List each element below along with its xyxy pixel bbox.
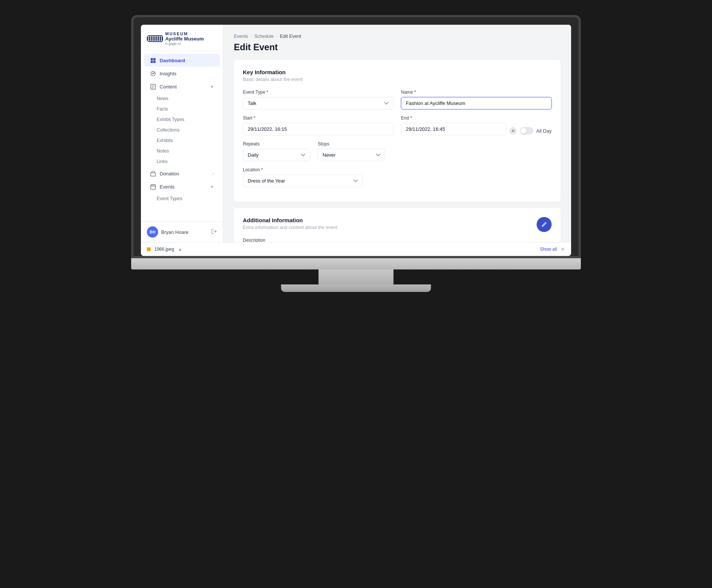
start-group: Start * <box>243 115 393 135</box>
insights-icon <box>150 70 156 76</box>
file-name: 1966.jpeg <box>154 247 174 252</box>
sidebar-sub-event-types[interactable]: Event Types <box>141 193 223 204</box>
start-label: Start * <box>243 115 393 121</box>
location-group: Location * Dress of the Year <box>243 167 363 187</box>
edit-fab-button[interactable] <box>537 217 552 232</box>
breadcrumb-events[interactable]: Events <box>234 34 248 39</box>
museum-sub: n-gage.io <box>165 42 204 46</box>
museum-logo-icon <box>147 35 163 42</box>
sidebar-sub-exhibits[interactable]: Exhibits <box>141 135 223 146</box>
chevron-right-icon: › <box>213 172 214 176</box>
page-title: Edit Event <box>234 42 561 52</box>
sidebar-sub-links[interactable]: Links <box>141 156 223 167</box>
all-day-toggle[interactable] <box>520 127 533 135</box>
chevron-down-icon: ▼ <box>210 85 214 89</box>
description-group: Description A talk about the Fashion sty… <box>243 238 552 242</box>
dashboard-icon <box>150 57 156 63</box>
svg-rect-10 <box>151 185 156 189</box>
show-all-link[interactable]: Show all <box>540 247 557 252</box>
all-day-toggle-x[interactable]: ✕ <box>509 127 517 135</box>
sidebar-item-label: Events <box>160 184 175 190</box>
location-select[interactable]: Dress of the Year <box>243 175 363 187</box>
form-row-repeats-stops: Repeats Daily Stops Never <box>243 141 552 161</box>
chevron-up-icon[interactable]: ▲ <box>178 247 182 252</box>
end-group: End * ✕ All Day <box>401 115 552 135</box>
breadcrumb-sep-1: › <box>250 34 252 39</box>
sidebar-item-dashboard[interactable]: Dashboard <box>144 54 220 67</box>
additional-information-card: Additional Information Extra information… <box>234 208 561 242</box>
sidebar-item-label: Content <box>160 84 177 90</box>
sidebar-item-label: Insights <box>160 71 177 76</box>
events-icon <box>150 184 156 190</box>
sidebar-sub-news[interactable]: News <box>141 93 223 104</box>
svg-rect-9 <box>151 173 156 176</box>
sidebar-sub-notes[interactable]: Notes <box>141 146 223 156</box>
event-type-label: Event Type * <box>243 90 393 95</box>
avatar: BH <box>147 226 158 238</box>
svg-rect-1 <box>153 58 156 60</box>
additional-information-title: Additional Information <box>243 217 552 223</box>
sidebar-item-events[interactable]: Events ▼ <box>144 180 220 193</box>
form-row-location: Location * Dress of the Year <box>243 167 552 187</box>
all-day-group: ✕ All Day <box>509 127 552 135</box>
name-group: Name * <box>401 90 552 109</box>
main-content: Events › Schedule › Edit Event Edit Even… <box>223 25 571 242</box>
key-information-card: Key Information Basic details about the … <box>234 60 561 202</box>
end-input[interactable] <box>401 123 506 135</box>
logout-icon[interactable] <box>211 229 217 235</box>
sidebar-sub-collections[interactable]: Collections <box>141 125 223 135</box>
file-indicator <box>147 247 151 251</box>
sidebar: MUSEUM Aycliffe Museum n-gage.io <box>141 25 223 242</box>
repeats-select[interactable]: Daily <box>243 149 310 161</box>
sidebar-item-content[interactable]: Content ▼ <box>144 80 220 93</box>
user-footer: BH Bryan Hoare <box>141 221 223 242</box>
sidebar-item-label: Dashboard <box>160 58 185 63</box>
start-input[interactable] <box>243 123 393 135</box>
sidebar-item-label: Donation <box>160 171 179 177</box>
form-row-type-name: Event Type * Talk Name * <box>243 90 552 109</box>
breadcrumb-sep-2: › <box>276 34 278 39</box>
user-name: Bryan Hoare <box>161 229 208 235</box>
svg-rect-2 <box>151 61 153 63</box>
sidebar-sub-exhibit-types[interactable]: Exhibit Types <box>141 114 223 125</box>
description-label: Description <box>243 238 552 242</box>
donation-icon <box>150 171 156 177</box>
name-label: Name * <box>401 90 552 95</box>
svg-rect-0 <box>151 58 153 60</box>
all-day-label: All Day <box>536 128 552 134</box>
key-information-subtitle: Basic details about the event <box>243 77 552 82</box>
additional-information-subtitle: Extra information and context about the … <box>243 225 552 230</box>
sidebar-item-donation[interactable]: Donation › <box>144 167 220 180</box>
bottom-bar: 1966.jpeg ▲ Show all ✕ <box>141 242 571 256</box>
logo-area: MUSEUM Aycliffe Museum n-gage.io <box>141 25 223 51</box>
end-label: End * <box>401 115 506 121</box>
chevron-down-icon: ▼ <box>210 185 214 189</box>
sidebar-navigation: Dashboard Insights <box>141 51 223 221</box>
stops-label: Stops <box>318 141 385 147</box>
museum-name: Aycliffe Museum <box>165 36 204 42</box>
name-input[interactable] <box>401 97 552 109</box>
repeats-label: Repeats <box>243 141 310 147</box>
repeats-group: Repeats Daily <box>243 141 310 161</box>
breadcrumb: Events › Schedule › Edit Event <box>234 34 561 39</box>
stops-select[interactable]: Never <box>318 149 385 161</box>
logo-text: MUSEUM <box>165 31 204 36</box>
event-type-group: Event Type * Talk <box>243 90 393 109</box>
form-row-start-end: Start * End * ✕ <box>243 115 552 135</box>
key-information-title: Key Information <box>243 69 552 75</box>
stops-group: Stops Never <box>318 141 385 161</box>
content-icon <box>150 84 156 90</box>
svg-rect-3 <box>153 61 156 63</box>
sidebar-sub-facts[interactable]: Facts <box>141 104 223 114</box>
location-label: Location * <box>243 167 363 172</box>
sidebar-item-insights[interactable]: Insights <box>144 67 220 80</box>
close-button[interactable]: ✕ <box>561 246 565 252</box>
breadcrumb-current: Edit Event <box>280 34 301 39</box>
event-type-select[interactable]: Talk <box>243 97 393 109</box>
breadcrumb-schedule[interactable]: Schedule <box>254 34 274 39</box>
